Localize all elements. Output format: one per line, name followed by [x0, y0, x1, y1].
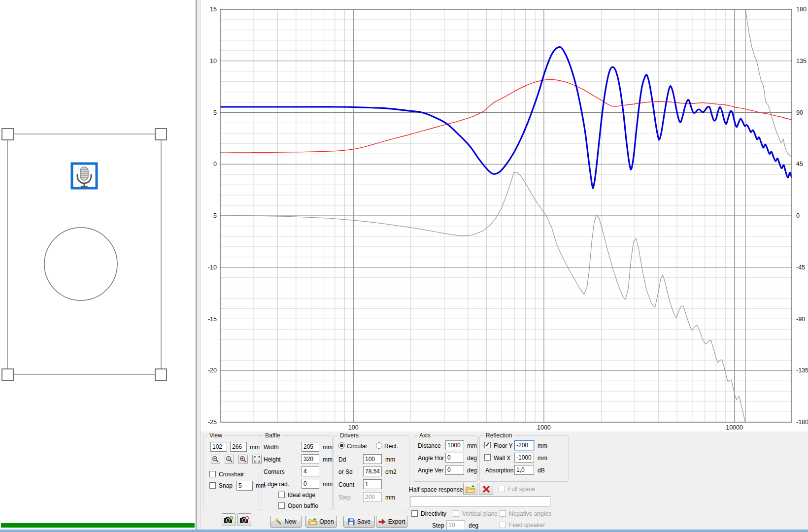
save-button-label: Save [357, 518, 370, 525]
snapshot-add-button[interactable] [222, 513, 236, 526]
view-height-field[interactable] [230, 442, 247, 452]
baffle-corner-handle-bottomleft[interactable] [2, 369, 13, 380]
x-tick-label: 100 [348, 424, 359, 431]
axis-distance-unit: mm [467, 442, 477, 449]
half-space-clear-button[interactable] [479, 483, 493, 495]
vertical-plane-checkbox [453, 510, 459, 517]
snap-label: Snap [219, 482, 233, 489]
baffle-corner-handle-topright[interactable] [155, 129, 167, 140]
y-right-tick-label: 45 [796, 161, 803, 167]
baffle-height-field[interactable] [302, 454, 319, 464]
wall-x-unit: mm [538, 455, 547, 462]
response-chart-area: 151050-5-10-15-20-2518013590450-45-90-13… [201, 0, 808, 432]
directivity-step-label: Step [432, 522, 444, 529]
absorption-unit: dB [538, 467, 545, 474]
zoom-out-button[interactable] [211, 455, 220, 464]
baffle-height-label: Height [264, 456, 281, 463]
zoom-100-icon: 1 [226, 456, 233, 463]
driver-count-label: Count [338, 481, 354, 488]
driver-dd-label: Dd [338, 456, 346, 463]
ideal-edge-checkbox[interactable] [278, 492, 285, 498]
driver-rect-label: Rect. [384, 443, 398, 450]
group-drivers-title: Drivers [338, 432, 361, 439]
driver-rect-radio[interactable] [376, 442, 382, 449]
baffle-canvas[interactable] [0, 0, 196, 530]
snapshot-remove-button[interactable] [237, 513, 251, 526]
baffle-width-field[interactable] [302, 442, 319, 452]
zoom-in-icon [239, 456, 247, 463]
zoom-in-button[interactable] [238, 455, 248, 464]
baffle-corner-handle-bottomright[interactable] [155, 369, 167, 380]
open-baffle-checkbox[interactable] [278, 502, 285, 509]
crosshair-label: Crosshair [219, 471, 244, 478]
open-baffle-label: Open baffle [288, 502, 318, 509]
camera-plus-icon [224, 516, 234, 524]
baffle-edge-rad-field[interactable] [302, 479, 319, 489]
y-left-tick-label: -5 [211, 212, 217, 219]
y-left-tick-label: 15 [210, 6, 217, 13]
half-space-path-field[interactable] [410, 497, 550, 506]
progress-bar [1, 523, 195, 528]
half-space-response-label: Half space response [409, 486, 463, 493]
absorption-field[interactable] [514, 465, 534, 475]
zoom-out-icon [212, 456, 219, 463]
baffle-drawing [0, 0, 196, 522]
axis-angle-hor-field[interactable] [445, 453, 464, 463]
axis-distance-label: Distance [418, 442, 441, 449]
open-button[interactable]: Open [305, 516, 337, 528]
half-space-open-button[interactable] [463, 483, 477, 495]
magic-wand-icon [275, 518, 282, 525]
snap-value-field[interactable] [236, 481, 253, 491]
crosshair-checkbox[interactable] [209, 471, 216, 477]
y-right-tick-label: -180 [796, 419, 808, 426]
axis-distance-field[interactable] [445, 440, 464, 450]
baffle-width-label: Width [264, 444, 279, 451]
axis-angle-ver-field[interactable] [445, 465, 464, 475]
y-left-tick-label: -15 [208, 316, 217, 323]
mic-marker[interactable] [72, 164, 97, 188]
export-arrow-icon [378, 519, 386, 525]
driver-step-label: Step [338, 494, 351, 501]
y-right-tick-label: 0 [796, 212, 800, 219]
group-axis-title: Axis [417, 432, 433, 439]
y-left-tick-label: 0 [213, 161, 217, 167]
y-left-tick-label: -10 [208, 264, 217, 271]
directivity-checkbox[interactable] [411, 510, 418, 517]
driver-sd-label: or Sd [338, 468, 353, 475]
ideal-edge-label: Ideal edge [288, 492, 315, 499]
app-window: 151050-5-10-15-20-2518013590450-45-90-13… [0, 0, 808, 532]
svg-text:1: 1 [228, 457, 230, 461]
axis-angle-hor-label: Angle Hor [418, 455, 444, 462]
wall-x-field[interactable] [514, 453, 534, 463]
baffle-width-unit: mm [323, 444, 333, 451]
baffle-corners-field[interactable] [302, 466, 319, 476]
frequency-response-chart: 151050-5-10-15-20-2518013590450-45-90-13… [201, 0, 808, 432]
baffle-edge-rad-unit: mm [323, 481, 333, 488]
axis-angle-ver-label: Angle Ver [418, 467, 443, 474]
baffle-corner-handle-topleft[interactable] [2, 129, 13, 140]
baffle-corners-label: Corners [264, 468, 285, 475]
driver-sd-field[interactable] [363, 466, 382, 476]
floor-y-checkbox[interactable] [484, 442, 491, 448]
driver-dd-field[interactable] [363, 454, 382, 464]
driver-sd-unit: cm2 [385, 468, 397, 475]
y-left-tick-label: -20 [208, 367, 217, 374]
window-bottom-edge [0, 530, 808, 532]
driver-count-field[interactable] [363, 479, 382, 489]
zoom-100-button[interactable]: 1 [225, 455, 234, 464]
y-right-tick-label: 135 [796, 58, 807, 65]
view-width-field[interactable] [210, 442, 227, 452]
open-folder-icon [308, 518, 317, 525]
negative-angles-label: Negative angles [509, 510, 551, 517]
directivity-step-unit: deg [469, 522, 478, 529]
save-button[interactable]: Save [343, 516, 375, 528]
wall-x-checkbox[interactable] [484, 454, 491, 461]
panel-splitter[interactable] [196, 0, 201, 530]
driver-circular-radio[interactable] [338, 442, 345, 449]
feed-speaker-label: Feed speaker [509, 522, 545, 529]
wall-x-label: Wall X [494, 455, 510, 462]
floor-y-field[interactable] [514, 440, 534, 450]
export-button[interactable]: Export [376, 516, 407, 528]
new-button[interactable]: New [270, 516, 302, 528]
snap-checkbox[interactable] [209, 482, 216, 489]
